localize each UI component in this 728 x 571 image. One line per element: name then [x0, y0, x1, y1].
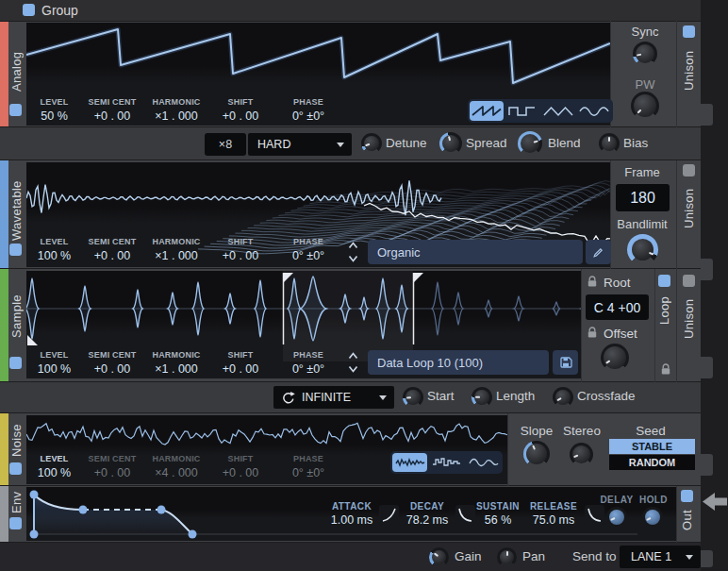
triangle-wave-icon[interactable] [541, 101, 575, 121]
wavetable-enable-checkbox[interactable] [9, 244, 22, 256]
bias-knob[interactable] [599, 133, 620, 154]
loop-lock-icon[interactable] [660, 363, 671, 376]
decay-field[interactable]: DECAY 78.2 ms [401, 501, 454, 527]
unison-voices-field[interactable]: ×8 [205, 133, 246, 156]
frame-value-field[interactable]: 180 [616, 184, 670, 211]
wavetable-edit-button[interactable] [586, 240, 611, 264]
square-wave-icon[interactable] [505, 101, 539, 121]
sample-preset-dropdown[interactable]: Data Loop 10 (100) [368, 350, 549, 375]
loop-length-knob[interactable] [472, 387, 492, 408]
blend-knob[interactable] [518, 131, 542, 156]
sync-knob[interactable] [633, 42, 657, 66]
analog-section-label: Analog [7, 42, 25, 101]
attack-curve-button[interactable] [379, 505, 399, 525]
sample-prev-next-chevrons[interactable] [347, 349, 359, 376]
analog-enable-checkbox[interactable] [9, 104, 22, 116]
crossfade-knob[interactable] [553, 387, 573, 408]
wavetable-semi-cent-field[interactable]: SEMI CENT +0 . 00 [83, 237, 141, 262]
wavetable-shift-field[interactable]: SHIFT +0 . 00 [211, 237, 270, 262]
pw-knob[interactable] [631, 92, 659, 120]
sample-save-button[interactable] [553, 350, 578, 375]
delay-knob[interactable] [606, 507, 627, 528]
param-label: SHIFT [211, 237, 270, 246]
root-value-field[interactable]: C 4 +00 [586, 294, 649, 320]
send-to-lane-dropdown[interactable]: LANE 1 [620, 546, 701, 568]
route-tab-analog[interactable] [701, 104, 713, 126]
noise-harmonic-field[interactable]: HARMONIC ×4 . 000 [143, 454, 209, 479]
loop-start-label: Start [427, 389, 455, 403]
route-tab-sample[interactable] [701, 357, 713, 378]
sample-unison-label: Unison [679, 290, 698, 348]
dropdown-arrow-icon [337, 143, 344, 147]
saw-wave-icon[interactable] [470, 101, 504, 121]
wavetable-level-field[interactable]: LEVEL 100 % [28, 237, 80, 262]
loop-enable-checkbox[interactable] [658, 275, 670, 287]
route-tab-noise[interactable] [701, 454, 713, 476]
release-curve-icon [587, 507, 603, 523]
unison-mode-dropdown[interactable]: HARD [248, 133, 352, 156]
noise-wave-icon[interactable] [392, 453, 427, 472]
sample-shift-field[interactable]: SHIFT +0 . 00 [211, 350, 270, 376]
wavetable-preset-dropdown[interactable]: Organic [368, 240, 583, 264]
param-value: 100 % [28, 362, 80, 376]
root-lock-icon[interactable] [587, 276, 598, 288]
analog-semi-cent-field[interactable]: SEMI CENT +0 . 00 [83, 97, 141, 123]
out-label: Out [678, 506, 695, 534]
sample-unison-checkbox[interactable] [683, 275, 695, 287]
param-value: 0° ±0° [272, 109, 345, 123]
param-label: SHIFT [211, 350, 270, 360]
group-enable-checkbox[interactable] [23, 4, 35, 16]
seed-stable-button[interactable]: STABLE [609, 439, 695, 454]
analog-harmonic-field[interactable]: HARMONIC ×1 . 000 [143, 97, 209, 123]
analog-shift-field[interactable]: SHIFT +0 . 00 [211, 97, 270, 123]
route-tab-wavetable[interactable] [701, 259, 713, 280]
param-value: ×1 . 000 [143, 249, 209, 262]
param-label: SEMI CENT [83, 237, 141, 246]
param-label: HARMONIC [143, 97, 209, 107]
release-curve-button[interactable] [585, 505, 604, 525]
preset-prev-next-chevrons[interactable] [347, 239, 359, 265]
analog-unison-checkbox[interactable] [683, 25, 695, 38]
pan-knob[interactable] [497, 547, 517, 567]
noise-semi-cent-field[interactable]: SEMI CENT +0 . 00 [83, 454, 141, 479]
bandlimit-knob[interactable] [627, 234, 658, 265]
sample-phase-field[interactable]: PHASE 0° ±0° [272, 350, 345, 376]
sustain-field[interactable]: SUSTAIN 56 % [472, 501, 524, 527]
sample-level-field[interactable]: LEVEL 100 % [28, 350, 80, 376]
smooth-noise-icon[interactable] [466, 453, 501, 472]
detune-knob[interactable] [361, 133, 382, 154]
wavetable-phase-field[interactable]: PHASE 0° ±0° [272, 237, 345, 262]
loop-start-knob[interactable] [403, 387, 423, 408]
noise-enable-checkbox[interactable] [9, 462, 22, 475]
release-field[interactable]: RELEASE 75.0 ms [525, 501, 582, 527]
spread-knob[interactable] [439, 132, 462, 155]
attack-field[interactable]: ATTACK 1.00 ms [325, 501, 378, 527]
offset-lock-icon[interactable] [587, 327, 598, 339]
param-label: SHIFT [211, 454, 270, 463]
sample-preset-value: Data Loop 10 (100) [377, 356, 483, 370]
noise-shift-field[interactable]: SHIFT +0 . 00 [211, 454, 270, 479]
group-title: Group [41, 3, 78, 18]
stereo-knob[interactable] [570, 443, 593, 466]
wavetable-unison-checkbox[interactable] [683, 164, 695, 176]
analog-level-field[interactable]: LEVEL 50 % [28, 97, 80, 123]
env-enable-checkbox[interactable] [9, 517, 22, 529]
loop-mode-dropdown[interactable]: INFINITE [273, 386, 394, 409]
sample-harmonic-field[interactable]: HARMONIC ×1 . 000 [143, 350, 209, 376]
sine-wave-icon[interactable] [577, 101, 611, 121]
offset-knob[interactable] [601, 344, 629, 372]
seed-random-button[interactable]: RANDOM [609, 455, 695, 470]
wavetable-harmonic-field[interactable]: HARMONIC ×1 . 000 [143, 237, 209, 262]
sample-semi-cent-field[interactable]: SEMI CENT +0 . 00 [83, 350, 141, 376]
gain-knob[interactable] [429, 547, 449, 567]
noise-level-field[interactable]: LEVEL 100 % [28, 454, 80, 479]
hold-knob[interactable] [642, 507, 663, 528]
analog-phase-field[interactable]: PHASE 0° ±0° [272, 97, 345, 123]
step-noise-icon[interactable] [429, 453, 464, 472]
slope-knob[interactable] [523, 441, 550, 467]
sample-enable-checkbox[interactable] [9, 357, 22, 369]
seed-label: Seed [622, 424, 679, 438]
out-enable-checkbox[interactable] [681, 490, 693, 502]
noise-phase-field[interactable]: PHASE 0° ±0° [272, 454, 345, 479]
route-tab-output[interactable] [701, 550, 713, 567]
